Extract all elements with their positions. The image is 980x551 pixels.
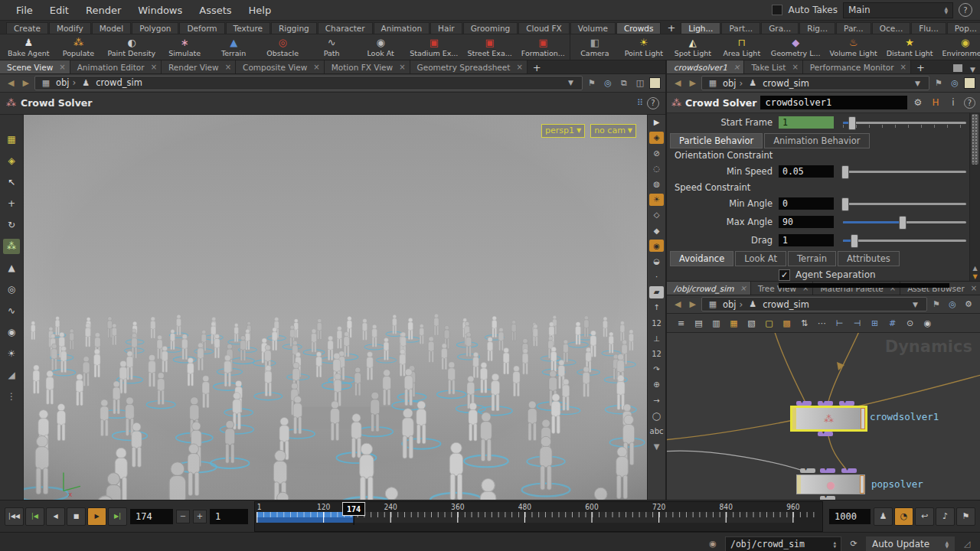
shelf-tab[interactable]: Oce... (872, 22, 911, 34)
shelf-tab[interactable]: Ligh... (681, 22, 720, 34)
shelf-tab[interactable]: Gra... (761, 22, 799, 34)
close-tab-icon[interactable]: × (971, 284, 977, 292)
path-node[interactable]: crowd_sim (96, 77, 142, 88)
node-input-icon[interactable] (820, 468, 835, 473)
play-reverse-icon[interactable]: ◀ (46, 507, 65, 526)
shelf-tool[interactable]: ♟ Bake Agent (3, 34, 54, 60)
camera-lock-menu[interactable]: no cam▼ (590, 124, 636, 138)
list-icon[interactable]: ▤ (691, 316, 707, 330)
constraint-tab[interactable]: Terrain (788, 251, 836, 266)
shelf-tab[interactable]: Cloud FX (518, 22, 570, 34)
shelf-tool[interactable]: ∿ Path (307, 34, 356, 60)
path-context[interactable]: obj (723, 299, 737, 310)
group-list-icon[interactable]: ◯ (649, 409, 664, 422)
shelf-tool[interactable]: ▣ Stadium Ex... (405, 34, 462, 60)
menu-item[interactable]: Edit (41, 5, 77, 16)
shelf-tab[interactable]: Model (92, 22, 132, 34)
drag-field[interactable]: 1 (779, 234, 834, 246)
align-v-icon[interactable]: ⊣ (849, 316, 865, 330)
status-path-field[interactable]: /obj/crowd_sim ▲▼ (725, 536, 841, 551)
houdini-badge-icon[interactable]: H (929, 97, 942, 108)
new-pane-tab-icon[interactable]: + (528, 63, 547, 73)
network-canvas[interactable]: Dynamics ⁂ crowdsolver1 (667, 333, 980, 500)
start-frame-field[interactable]: 1 (779, 116, 834, 129)
next-key-icon[interactable]: ▶| (108, 507, 127, 526)
add-shelf-tab-icon[interactable]: + (662, 23, 681, 34)
ghost-lights-icon[interactable]: ◇ (649, 209, 664, 221)
help-icon[interactable]: ? (647, 97, 659, 109)
node-input-icon[interactable] (841, 468, 857, 473)
shelf-tool[interactable]: ◆ Geometry L... (766, 34, 825, 60)
slider-handle[interactable] (851, 234, 858, 248)
agent-separation-checkbox[interactable]: ✓ (779, 269, 790, 281)
column-menu-icon[interactable]: ▶ (649, 116, 664, 129)
path-node[interactable]: crowd_sim (763, 78, 809, 89)
close-tab-icon[interactable]: × (733, 63, 740, 71)
obstacle-tool-icon[interactable]: ◎ (3, 282, 20, 297)
spinner-arrows-icon[interactable]: ▲▼ (833, 540, 836, 548)
max-angle-field[interactable]: 90 (779, 216, 834, 228)
decrement-frame-button[interactable]: − (176, 510, 190, 523)
pane-tab[interactable]: Animation Editor × (70, 60, 162, 73)
update-mode-selector[interactable]: Auto Update ▲▼ (866, 536, 955, 551)
path-dropdown-icon[interactable]: ▼ (908, 301, 923, 308)
shadows-icon[interactable]: ◒ (649, 255, 664, 267)
dots-more-icon[interactable]: ⋯ (814, 316, 830, 330)
node-input-icon[interactable] (818, 401, 833, 406)
crowd-tool-icon[interactable]: ⁂ (3, 239, 20, 254)
paint-icon[interactable]: ▰ (649, 286, 664, 298)
pane-tab[interactable]: Geometry Spreadsheet × (410, 60, 528, 73)
scroll-down-icon[interactable]: ▼ (970, 273, 980, 280)
path-dropdown-icon[interactable]: ▼ (910, 80, 925, 87)
sticky-note-icon[interactable]: ▢ (761, 316, 777, 330)
shelf-tool[interactable]: ◎ Obstacle (258, 34, 307, 60)
lookat-tool-icon[interactable]: ◉ (3, 324, 20, 340)
shelf-tab[interactable]: Animation (374, 22, 430, 34)
path-tool-icon[interactable]: ∿ (3, 303, 20, 318)
shelf-tool[interactable]: ⁂ Populate (54, 34, 103, 60)
node-crowdsolver1[interactable]: ⁂ (790, 406, 867, 432)
camera-menu[interactable]: persp1▼ (541, 124, 585, 138)
prev-key-icon[interactable]: |◀ (25, 507, 44, 526)
menu-item[interactable]: File (8, 5, 41, 16)
pane-tab[interactable]: Composite View × (236, 60, 325, 73)
pane-tab[interactable]: /obj/crowd_sim × (667, 282, 751, 295)
forward-icon[interactable]: ▶ (19, 78, 31, 88)
pane-tab[interactable]: Performance Monitor × (803, 60, 911, 73)
split-icon[interactable]: ◫ (633, 78, 647, 88)
node-output-icon[interactable] (818, 432, 833, 436)
shelf-tab[interactable]: Crowds (616, 22, 662, 34)
pin-icon[interactable]: ⚑ (585, 78, 599, 88)
constraint-tab[interactable]: Attributes (838, 251, 900, 266)
close-tab-icon[interactable]: × (516, 63, 522, 71)
audio-icon[interactable]: ♪ (936, 507, 955, 526)
close-tab-icon[interactable]: × (59, 63, 65, 71)
rotate-tool-icon[interactable]: ↻ (3, 217, 20, 233)
pane-tab[interactable]: Motion FX View × (325, 60, 410, 73)
scrollbar-handle[interactable] (972, 114, 978, 165)
show-handles-icon[interactable]: ◈ (3, 153, 20, 168)
drag-slider[interactable] (843, 234, 966, 246)
jump-start-icon[interactable]: |◀◀ (5, 507, 24, 526)
path-context[interactable]: obj (723, 78, 737, 89)
snap-grid-icon[interactable]: ⊞ (867, 316, 883, 330)
pane-swatch-icon[interactable] (964, 77, 975, 89)
min-speed-field[interactable]: 0.05 (779, 165, 834, 178)
follow-icon[interactable]: ◎ (948, 78, 962, 88)
constraint-tab[interactable]: Look At (735, 251, 786, 266)
min-angle-field[interactable]: 0 (779, 197, 834, 210)
shelf-tab[interactable]: Texture (226, 22, 270, 34)
close-tab-icon[interactable]: × (792, 63, 798, 71)
follow-icon[interactable]: ◎ (946, 299, 959, 309)
expand-icon[interactable]: ◢ (3, 367, 20, 383)
search-icon[interactable]: ⊙ (902, 316, 918, 330)
help-icon[interactable]: ? (959, 3, 972, 17)
shelf-tab[interactable]: Create (6, 22, 48, 34)
realtime-icon[interactable]: ♟ (874, 507, 893, 526)
close-tab-icon[interactable]: × (225, 63, 231, 71)
forward-icon[interactable]: ▶ (686, 299, 698, 309)
path-field[interactable]: ▦ obj › ♟ crowd_sim ▼ (34, 76, 583, 90)
shelf-tab[interactable]: Rigging (271, 22, 317, 34)
shelf-tab[interactable]: Hair (430, 22, 462, 34)
shelf-tool[interactable]: ◐ Paint Density (103, 34, 161, 60)
